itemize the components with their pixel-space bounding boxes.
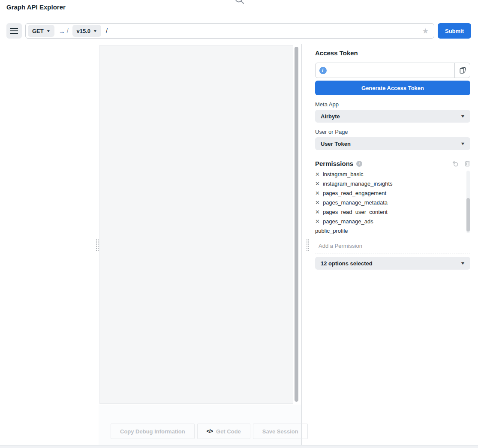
get-code-button[interactable]: </> Get Code	[197, 424, 250, 439]
bottom-edge-strip	[0, 445, 478, 448]
remove-permission-icon[interactable]: ✕	[315, 190, 320, 196]
permissions-info-icon[interactable]: i	[356, 161, 362, 167]
fields-sidebar	[0, 44, 95, 445]
meta-app-label: Meta App	[315, 101, 470, 108]
right-resize-handle[interactable]	[306, 239, 310, 252]
undo-icon	[452, 160, 459, 167]
access-token-title: Access Token	[315, 49, 470, 57]
permissions-title: Permissions	[315, 160, 353, 167]
chevron-down-icon: ▼	[460, 114, 465, 118]
undo-permissions-button[interactable]	[452, 160, 459, 167]
app-header: Graph API Explorer	[0, 0, 478, 14]
response-viewer[interactable]	[99, 45, 293, 404]
permissions-divider	[315, 253, 470, 253]
chevron-down-icon: ▼	[460, 261, 465, 265]
generate-access-token-button[interactable]: Generate Access Token	[315, 81, 470, 95]
remove-permission-icon[interactable]: ✕	[315, 209, 320, 215]
add-permission-field	[315, 242, 470, 250]
method-label: GET	[32, 28, 44, 34]
permission-item: ✕ pages_manage_ads	[315, 216, 470, 226]
chevron-down-icon: ▼	[46, 29, 51, 33]
remove-permission-icon[interactable]: ✕	[315, 171, 320, 177]
response-scrollbar[interactable]	[295, 47, 298, 402]
response-area	[99, 44, 301, 405]
arrow-right-icon: →	[59, 27, 65, 35]
permissions-scrollbar[interactable]	[466, 198, 470, 232]
access-token-row: i	[315, 63, 470, 78]
access-token-input[interactable]	[330, 63, 454, 78]
response-panel: Copy Debug Information </> Get Code Save…	[99, 44, 302, 445]
user-or-page-value: User Token	[321, 141, 351, 147]
remove-permission-icon[interactable]: ✕	[315, 219, 320, 224]
code-icon: </>	[207, 428, 213, 434]
permissions-header: Permissions i	[315, 160, 470, 167]
copy-token-button[interactable]	[454, 63, 470, 78]
remove-permission-icon[interactable]: ✕	[315, 181, 320, 186]
permission-item: ✕ pages_read_user_content	[315, 207, 470, 216]
chevron-down-icon: ▼	[460, 141, 465, 146]
method-dropdown[interactable]: GET ▼	[28, 25, 54, 37]
add-permission-input[interactable]	[319, 243, 470, 249]
user-or-page-label: User or Page	[315, 129, 470, 135]
menu-icon[interactable]	[6, 23, 22, 39]
search-icon[interactable]	[234, 0, 245, 5]
clear-permissions-button[interactable]	[464, 160, 470, 167]
token-info-icon[interactable]: i	[319, 67, 327, 74]
access-token-field-wrap: i	[315, 63, 455, 78]
favorite-star-icon[interactable]: ★	[422, 27, 429, 35]
page-title: Graph API Explorer	[6, 3, 66, 11]
trash-icon	[464, 160, 470, 167]
options-selected-label: 12 options selected	[321, 260, 373, 267]
submit-button[interactable]: Submit	[438, 23, 471, 39]
permissions-options-select[interactable]: 12 options selected ▼	[315, 257, 470, 270]
user-or-page-select[interactable]: User Token ▼	[315, 137, 470, 150]
token-sidebar: Access Token i Generate Access Token Met…	[310, 44, 477, 445]
permission-item: ✕ instagram_basic	[315, 171, 470, 179]
save-session-button[interactable]: Save Session	[253, 424, 308, 439]
meta-app-value: Airbyte	[321, 113, 340, 120]
permission-item: ✕ pages_manage_metadata	[315, 198, 470, 207]
permission-item: public_profile	[315, 226, 470, 234]
url-slash: /	[67, 27, 69, 34]
copy-debug-button[interactable]: Copy Debug Information	[111, 424, 195, 439]
version-dropdown[interactable]: v15.0 ▼	[72, 25, 101, 37]
version-label: v15.0	[77, 28, 91, 34]
remove-permission-icon[interactable]: ✕	[315, 200, 320, 205]
request-bar[interactable]: GET ▼ → / v15.0 ▼ / ★	[25, 23, 434, 39]
copy-icon	[459, 66, 466, 74]
request-toolbar: GET ▼ → / v15.0 ▼ / ★ Submit	[0, 15, 478, 44]
permission-item: ✕ instagram_manage_insights	[315, 179, 470, 188]
meta-app-select[interactable]: Airbyte ▼	[315, 110, 470, 123]
response-footer: Copy Debug Information </> Get Code Save…	[99, 405, 301, 445]
chevron-down-icon: ▼	[93, 29, 98, 33]
main-area: Copy Debug Information </> Get Code Save…	[0, 44, 478, 445]
permission-item: ✕ pages_read_engagement	[315, 188, 470, 198]
request-path[interactable]: /	[106, 27, 108, 34]
permissions-list: ✕ instagram_basic ✕ instagram_manage_ins…	[315, 171, 470, 234]
